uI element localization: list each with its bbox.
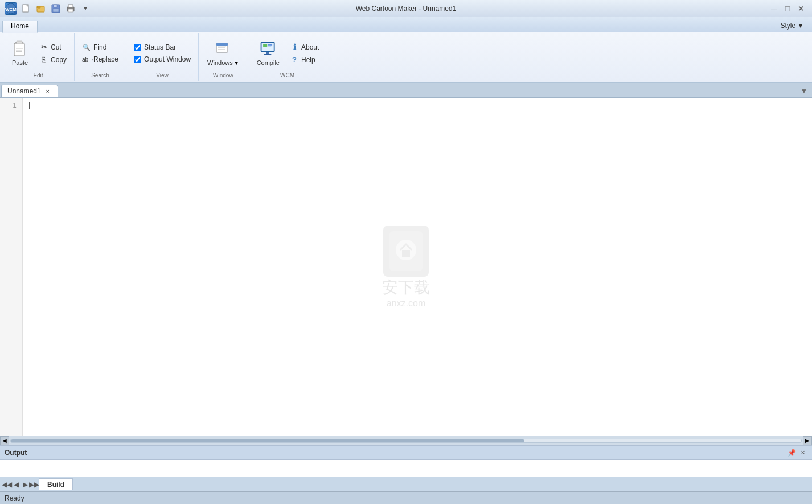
nav-prev-button[interactable]: ◀	[11, 480, 20, 489]
compile-button[interactable]: Compile	[252, 37, 285, 69]
tab-close-button[interactable]: ×	[44, 87, 52, 95]
windows-button[interactable]: Windows ▼	[202, 37, 244, 69]
tab-home[interactable]: Home	[2, 21, 38, 33]
nav-next-button[interactable]: ▶	[20, 480, 30, 489]
output-title: Output	[5, 449, 27, 457]
nav-last-button[interactable]: ▶▶	[30, 480, 39, 489]
minimize-button[interactable]: ─	[768, 3, 780, 14]
svg-rect-11	[68, 5, 73, 7]
ribbon-group-window: Windows ▼ Window	[199, 33, 248, 81]
status-text: Ready	[5, 494, 24, 502]
horizontal-scrollbar[interactable]: ◀ ▶	[0, 436, 812, 445]
search-group-content: 🔍 Find ab→ Replace	[78, 34, 122, 72]
status-bar-label: Status Bar	[144, 43, 176, 51]
edit-group-label: Edit	[6, 72, 71, 80]
app-logo: WCM	[5, 2, 17, 15]
line-numbers: 1	[0, 98, 23, 436]
svg-rect-16	[16, 48, 23, 49]
scroll-thumb[interactable]	[11, 439, 524, 442]
windows-icon	[214, 40, 232, 58]
about-label: About	[301, 43, 319, 51]
about-button[interactable]: ℹ About	[286, 41, 323, 53]
output-window-label: Output Window	[144, 55, 191, 63]
quickaccess-dropdown[interactable]: ▼	[80, 3, 91, 14]
output-panel: Output 📌 × ◀◀ ◀ ▶ ▶▶ Build	[0, 445, 812, 491]
svg-rect-17	[16, 50, 22, 51]
build-tab[interactable]: Build	[39, 478, 73, 490]
cut-button[interactable]: ✂ Cut	[35, 41, 71, 53]
ribbon-group-view: Status Bar Output Window View	[126, 33, 199, 81]
paste-icon	[11, 40, 29, 58]
svg-rect-9	[53, 9, 59, 12]
search-group-label: Search	[78, 72, 122, 80]
paste-button[interactable]: Paste	[6, 37, 34, 69]
open-button[interactable]	[35, 3, 47, 14]
style-button[interactable]: Style ▼	[774, 19, 810, 32]
title-bar-buttons: ─ □ ✕	[768, 3, 807, 14]
svg-rect-26	[263, 44, 267, 47]
bottom-tabs: ◀◀ ◀ ▶ ▶▶ Build	[0, 477, 812, 491]
output-window-checkbox[interactable]	[134, 56, 141, 63]
editor-container: 1 | 安下载 anxz.com	[0, 98, 812, 436]
wcm-group-label: WCM	[252, 72, 323, 80]
scroll-left-button[interactable]: ◀	[0, 436, 9, 445]
edit-column: ✂ Cut ⎘ Copy	[35, 41, 71, 65]
svg-rect-22	[218, 47, 225, 48]
scroll-right-button[interactable]: ▶	[803, 436, 812, 445]
help-button[interactable]: ? Help	[286, 54, 323, 65]
window-group-content: Windows ▼	[202, 34, 244, 72]
ribbon-group-wcm: Compile ℹ About ? Help WCM	[248, 33, 327, 81]
document-area: Unnamed1 × ▼ 1 | 安下载 anxz.com ◀	[0, 83, 812, 445]
compile-icon	[259, 40, 277, 58]
svg-text:WCM: WCM	[5, 7, 17, 12]
svg-rect-28	[268, 46, 271, 47]
view-column: Status Bar Output Window	[130, 42, 195, 65]
print-button[interactable]	[65, 3, 76, 14]
svg-rect-21	[218, 46, 226, 47]
document-tab[interactable]: Unnamed1 ×	[1, 85, 58, 97]
status-bar-checkbox[interactable]	[134, 44, 141, 51]
tab-arrow-button[interactable]: ▼	[797, 86, 811, 96]
copy-button[interactable]: ⎘ Copy	[35, 54, 71, 65]
about-icon: ℹ	[290, 43, 299, 51]
svg-rect-12	[68, 9, 73, 12]
replace-button[interactable]: ab→ Replace	[78, 54, 122, 65]
output-window-check[interactable]: Output Window	[130, 54, 195, 65]
tab-bar: Unnamed1 × ▼	[0, 83, 812, 98]
new-button[interactable]	[20, 3, 32, 14]
title-bar-title: Web Cartoon Maker - Unnamed1	[356, 5, 457, 13]
style-chevron-icon: ▼	[797, 22, 804, 30]
svg-rect-20	[216, 43, 228, 46]
nav-first-button[interactable]: ◀◀	[2, 480, 11, 489]
paste-label: Paste	[12, 59, 28, 67]
replace-icon: ab→	[82, 56, 91, 63]
maximize-button[interactable]: □	[781, 3, 794, 14]
svg-rect-15	[17, 41, 22, 44]
search-column: 🔍 Find ab→ Replace	[78, 42, 122, 65]
svg-rect-8	[54, 5, 57, 7]
window-group-label: Window	[202, 72, 244, 80]
editor-content[interactable]: |	[23, 98, 812, 436]
copy-label: Copy	[51, 56, 67, 64]
find-button[interactable]: 🔍 Find	[78, 42, 122, 53]
output-close-button[interactable]: ×	[798, 448, 807, 457]
compile-label: Compile	[257, 59, 280, 67]
svg-rect-30	[264, 54, 271, 55]
close-button[interactable]: ✕	[795, 3, 807, 14]
svg-rect-6	[37, 6, 40, 8]
ribbon: Home Style ▼	[0, 17, 812, 83]
style-label: Style	[780, 22, 795, 30]
save-button[interactable]	[50, 3, 61, 14]
output-controls: 📌 ×	[787, 448, 807, 457]
replace-label: Replace	[93, 55, 118, 63]
help-label: Help	[301, 56, 315, 64]
wcm-group-content: Compile ℹ About ? Help	[252, 34, 323, 72]
output-pin-button[interactable]: 📌	[787, 448, 796, 457]
output-header: Output 📌 ×	[0, 446, 812, 460]
scroll-track[interactable]	[10, 439, 802, 443]
svg-rect-18	[16, 51, 22, 52]
wcm-column: ℹ About ? Help	[286, 41, 323, 65]
svg-rect-23	[218, 49, 225, 50]
status-bar-check[interactable]: Status Bar	[130, 42, 195, 53]
view-group-label: View	[130, 72, 195, 80]
